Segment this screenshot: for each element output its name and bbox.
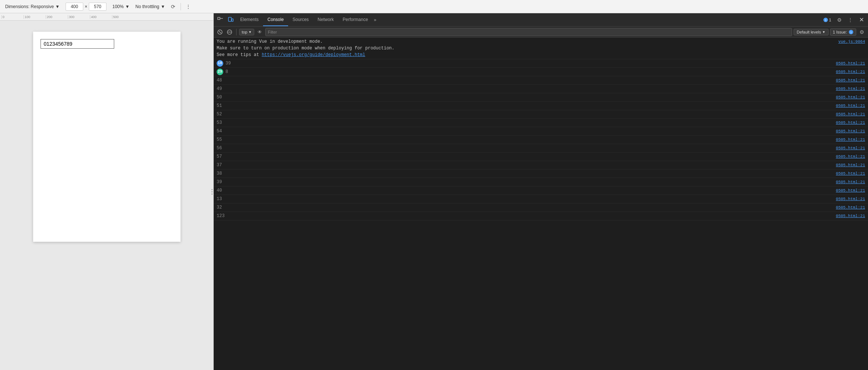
drag-dot-3	[211, 193, 213, 195]
drag-dot-1	[211, 189, 213, 190]
console-number-39: 39	[225, 60, 237, 67]
tab-elements-label: Elements	[240, 17, 259, 22]
x-separator: ×	[85, 4, 87, 9]
issues-label: 1 Issue:	[833, 30, 847, 34]
tabs-overflow-button[interactable]: »	[372, 15, 378, 25]
eye-button[interactable]: 👁	[256, 28, 264, 36]
row-49-source[interactable]: 0505.html:21	[829, 85, 865, 92]
console-row-18-39: 18 39 0505.html:21	[214, 59, 868, 68]
rotate-icon[interactable]: ⟳	[169, 3, 178, 10]
top-toolbar: Dimensions: Responsive ▼ × 100% ▼ No thr…	[0, 0, 868, 13]
zoom-selector[interactable]: 100% ▼	[110, 3, 132, 10]
number-32: 32	[217, 204, 228, 211]
row-13-source[interactable]: 0505.html:21	[829, 196, 865, 202]
dimensions-label: Dimensions: Responsive	[5, 4, 54, 9]
demo-input[interactable]	[41, 39, 114, 49]
block-icon-button[interactable]	[225, 28, 234, 36]
svg-rect-3	[232, 19, 233, 21]
ruler-mark-0: 0	[1, 15, 24, 19]
number-53: 53	[217, 119, 228, 126]
row-38-source[interactable]: 0505.html:21	[829, 170, 865, 177]
row-29-source[interactable]: 0505.html:21	[829, 69, 865, 75]
row-54-source[interactable]: 0505.html:21	[829, 128, 865, 135]
drag-handle[interactable]	[210, 181, 213, 203]
clear-console-button[interactable]	[216, 28, 224, 36]
close-icon: ✕	[859, 16, 864, 23]
drag-dot-2	[211, 191, 213, 192]
row-53-source[interactable]: 0505.html:21	[829, 119, 865, 126]
console-output: You are running Vue in development mode.…	[214, 38, 868, 370]
console-row-54: 54 0505.html:21	[214, 127, 868, 136]
console-row-123: 123 0505.html:21	[214, 212, 868, 220]
default-levels-selector[interactable]: Default levels ▼	[794, 29, 829, 35]
close-devtools-button[interactable]: ✕	[856, 15, 867, 25]
tab-elements[interactable]: Elements	[236, 13, 263, 26]
row-39-source[interactable]: 0505.html:21	[829, 179, 865, 185]
row-32-source[interactable]: 0505.html:21	[829, 204, 865, 211]
svg-text:1: 1	[850, 31, 852, 34]
tab-network[interactable]: Network	[313, 13, 338, 26]
row-57-source[interactable]: 0505.html:21	[829, 153, 865, 160]
vue-deployment-link[interactable]: https://vuejs.org/guide/deployment.html	[262, 52, 365, 57]
console-row-32: 32 0505.html:21	[214, 203, 868, 212]
number-51: 51	[217, 102, 228, 109]
tab-sources[interactable]: Sources	[288, 13, 313, 26]
toolbar-separator	[181, 3, 181, 10]
ruler-mark-300: 300	[68, 15, 90, 19]
tab-performance[interactable]: Performance	[338, 13, 372, 26]
number-37: 37	[217, 162, 228, 168]
throttling-selector[interactable]: No throttling ▼	[133, 3, 168, 10]
tab-console-label: Console	[267, 17, 284, 22]
console-toolbar-sep	[236, 29, 237, 35]
svg-rect-0	[218, 17, 220, 20]
devtools-tabs: Elements Console Sources Network Perform…	[214, 13, 868, 27]
vue-message-source[interactable]: vue.js:9064	[831, 38, 865, 45]
number-55: 55	[217, 136, 228, 143]
row-48-source[interactable]: 0505.html:21	[829, 77, 865, 84]
dimensions-dropdown-icon: ▼	[55, 4, 60, 9]
default-levels-label: Default levels	[797, 30, 821, 34]
ruler-mark-100: 100	[24, 15, 46, 19]
row-51-source[interactable]: 0505.html:21	[829, 102, 865, 109]
row-50-source[interactable]: 0505.html:21	[829, 94, 865, 101]
number-50: 50	[217, 94, 228, 101]
console-row-49: 49 0505.html:21	[214, 85, 868, 93]
console-row-50: 50 0505.html:21	[214, 93, 868, 102]
row-52-source[interactable]: 0505.html:21	[829, 111, 865, 118]
throttling-icon: ▼	[161, 4, 165, 9]
row-56-source[interactable]: 0505.html:21	[829, 145, 865, 151]
more-devtools-button[interactable]: ⋮	[845, 15, 855, 25]
dimensions-selector[interactable]: Dimensions: Responsive ▼	[3, 3, 62, 10]
settings-button[interactable]: ⚙	[834, 15, 844, 25]
filter-input[interactable]	[265, 28, 792, 36]
zoom-label: 100%	[112, 4, 124, 9]
row-55-source[interactable]: 0505.html:21	[829, 136, 865, 143]
width-input-wrapper: ×	[63, 2, 109, 11]
device-toggle-button[interactable]	[225, 15, 236, 25]
number-49: 49	[217, 85, 228, 92]
badge-18: 18	[217, 60, 223, 67]
console-settings-button[interactable]: ⚙	[858, 28, 866, 36]
inspect-icon-button[interactable]	[215, 15, 225, 25]
ruler-mark-400: 400	[90, 15, 112, 19]
corner-buttons: 1 1 ⚙ ⋮ ✕	[821, 15, 867, 25]
console-settings-icon: ⚙	[860, 29, 864, 35]
width-input[interactable]	[66, 3, 83, 11]
tab-console[interactable]: Console	[263, 13, 288, 26]
ruler-mark-500: 500	[112, 15, 134, 19]
zoom-icon: ▼	[125, 4, 130, 9]
notification-badge[interactable]: 1 1	[821, 15, 833, 25]
tab-sources-label: Sources	[293, 17, 309, 22]
ruler-mark-200: 200	[46, 15, 68, 19]
svg-rect-2	[228, 17, 231, 21]
height-input[interactable]	[89, 3, 106, 11]
number-38: 38	[217, 170, 228, 177]
issues-badge[interactable]: 1 Issue: 1	[830, 28, 856, 36]
row-40-source[interactable]: 0505.html:21	[829, 187, 865, 194]
more-options-button[interactable]: ⋮	[184, 3, 193, 10]
row-18-source[interactable]: 0505.html:21	[829, 60, 865, 67]
number-48: 48	[217, 77, 228, 84]
context-selector[interactable]: top ▼	[239, 29, 254, 35]
row-37-source[interactable]: 0505.html:21	[829, 162, 865, 168]
row-123-source[interactable]: 0505.html:21	[829, 213, 865, 219]
